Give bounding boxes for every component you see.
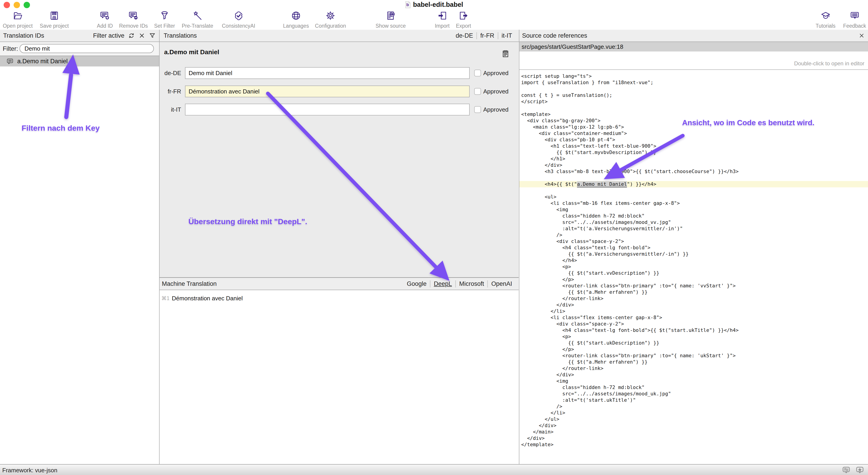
code-line: </p> xyxy=(519,276,868,283)
toolbar-item-label: Languages xyxy=(283,23,309,29)
code-line: src="../../assets/images/mood_uk.jpg" xyxy=(519,391,868,397)
code-line: <template> xyxy=(519,111,868,117)
code-line: </h1> xyxy=(519,156,868,162)
bubble-plus-icon xyxy=(100,10,110,22)
provider-tab-google[interactable]: Google xyxy=(403,280,430,287)
code-line: {{ $t("a.Mehr erfahren") }} xyxy=(519,289,868,295)
mt-suggestion-row[interactable]: ⌘1 Démonstration avec Daniel xyxy=(160,293,519,303)
panel-divider-right[interactable] xyxy=(519,30,519,464)
translations-header: Translations de-DE fr-FR it-IT xyxy=(164,30,516,41)
approved-checkbox-fr[interactable] xyxy=(474,88,481,95)
code-line: <h4 class="text-lg font-bold">{{ $t("sta… xyxy=(519,327,868,334)
machine-translation-title: Machine Translation xyxy=(162,280,217,287)
code-line: <img xyxy=(519,206,868,213)
code-line: </div> xyxy=(519,162,868,168)
comment-bubble-icon xyxy=(6,58,13,65)
code-line: <script setup lang="ts"> xyxy=(519,73,868,79)
code-block: <script setup lang="ts">import { useTran… xyxy=(519,73,868,448)
statusbar: Framework: vue-json xyxy=(0,464,868,475)
remove-ids-button[interactable]: Remove IDs xyxy=(119,10,148,29)
toolbar-item-label: Feedback xyxy=(843,23,866,29)
feedback-button[interactable]: Feedback xyxy=(843,10,866,29)
code-line: <div class="pb-10 pt-4"> xyxy=(519,137,868,143)
annotation-source-note: Ansicht, wo im Code es benutzt wird. xyxy=(682,118,814,127)
language-tab-it[interactable]: it-IT xyxy=(498,32,516,39)
set-filter-button[interactable]: Set Filter xyxy=(154,10,175,29)
source-reference-path: src/pages/start/GuestStartPage.vue:18 xyxy=(522,43,623,50)
code-line: </li> xyxy=(519,308,868,314)
code-line: </main> xyxy=(519,429,868,435)
code-line: </div> xyxy=(519,302,868,308)
translation-input-fr[interactable] xyxy=(185,86,470,97)
translation-input-it[interactable] xyxy=(185,104,470,115)
highlighted-translation-key: a.Demo mit Daniel xyxy=(577,181,627,188)
code-line: {{ $t("start.myvbvDescription") }} xyxy=(519,149,868,156)
pre-translate-button[interactable]: Pre-Translate xyxy=(182,10,213,29)
language-label: de-DE xyxy=(160,70,181,77)
code-line: </ul> xyxy=(519,416,868,422)
toolbar-item-label: Import xyxy=(435,23,450,29)
approved-label: Approved xyxy=(483,106,508,113)
languages-button[interactable]: Languages xyxy=(283,10,309,29)
titlebar: b babel-edit.babel xyxy=(0,0,868,10)
provider-tab-deepl[interactable]: DeepL xyxy=(430,280,455,287)
language-label: it-IT xyxy=(160,106,181,113)
annotation-filter-note: Filtern nach dem Key xyxy=(22,124,100,133)
annotation-deepl-note: Übersetzung direkt mit "DeepL". xyxy=(188,217,307,226)
code-line xyxy=(519,105,868,111)
notes-icon[interactable] xyxy=(501,50,509,58)
import-button[interactable]: Import xyxy=(435,10,450,29)
funnel-icon xyxy=(159,10,170,22)
translation-input-de[interactable] xyxy=(185,67,470,79)
provider-tab-openai[interactable]: OpenAI xyxy=(487,280,516,287)
language-tab-fr[interactable]: fr-FR xyxy=(476,32,498,39)
source-reference-item[interactable]: src/pages/start/GuestStartPage.vue:18 xyxy=(519,42,868,52)
code-line: </script> xyxy=(519,98,868,105)
translation-ids-title: Translation IDs xyxy=(3,32,44,39)
filter-input[interactable] xyxy=(20,44,154,53)
toolbar-item-label: Save project xyxy=(40,23,69,29)
open-project-button[interactable]: Open project xyxy=(3,10,33,29)
tutorials-button[interactable]: Tutorials xyxy=(815,10,835,29)
panel-divider-left[interactable] xyxy=(159,30,160,464)
code-line: <img xyxy=(519,378,868,384)
window-title: b babel-edit.babel xyxy=(0,1,868,8)
code-line: </h4> xyxy=(519,257,868,264)
release-notes-icon[interactable] xyxy=(841,466,851,475)
export-button[interactable]: Export xyxy=(456,10,471,29)
framework-status: Framework: vue-json xyxy=(2,467,57,474)
toolbar-item-label: Configuration xyxy=(315,23,346,29)
close-panel-icon[interactable] xyxy=(859,32,865,39)
panel-headers: Translation IDs Filter active Translatio… xyxy=(0,30,868,42)
code-line: <ul> xyxy=(519,194,868,200)
code-line: <div class="container-medium"> xyxy=(519,130,868,137)
language-label: fr-FR xyxy=(160,88,181,95)
consistency-ai-button[interactable]: ConsistencyAI xyxy=(222,10,255,29)
shortcut-badge: ⌘1 xyxy=(161,295,172,302)
clear-filter-icon[interactable] xyxy=(138,32,145,39)
code-line: {{ $t("start.vvDescription") }} xyxy=(519,270,868,276)
code-line: /> xyxy=(519,232,868,238)
approved-checkbox-it[interactable] xyxy=(474,106,481,113)
filter-icon[interactable] xyxy=(149,32,156,39)
source-code-view[interactable]: <script setup lang="ts">import { useTran… xyxy=(519,70,868,464)
language-tab-de[interactable]: de-DE xyxy=(452,32,476,39)
refresh-icon[interactable] xyxy=(128,32,135,39)
approved-label: Approved xyxy=(483,70,508,77)
save-project-button[interactable]: Save project xyxy=(40,10,69,29)
code-line: src="../../assets/images/mood_vv.jpg" xyxy=(519,219,868,226)
code-line: <div class="space-y-2"> xyxy=(519,321,868,327)
rate-app-icon[interactable] xyxy=(855,466,865,475)
add-id-button[interactable]: Add ID xyxy=(97,10,113,29)
translation-id-item-selected[interactable]: a.Demo mit Daniel xyxy=(0,56,159,66)
approved-checkbox-de[interactable] xyxy=(474,70,481,76)
show-source-button[interactable]: Show source xyxy=(376,10,406,29)
machine-translation-body: ⌘1 Démonstration avec Daniel xyxy=(160,290,519,464)
gear-icon xyxy=(325,10,336,22)
configuration-button[interactable]: Configuration xyxy=(315,10,346,29)
speech-bubble-icon xyxy=(849,10,860,22)
provider-tab-microsoft[interactable]: Microsoft xyxy=(455,280,488,287)
code-line: {{ $t("a.Versicherungsvermittler/-in") }… xyxy=(519,251,868,257)
code-line xyxy=(519,175,868,181)
open-in-editor-hint: Double-click to open in editor xyxy=(794,60,864,67)
